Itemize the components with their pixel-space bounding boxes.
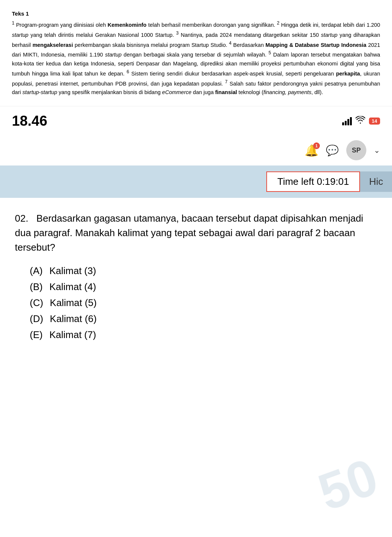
chat-icon[interactable]: 💬	[326, 144, 339, 157]
battery-badge: 14	[369, 118, 380, 125]
chevron-down-icon[interactable]: ⌄	[374, 146, 380, 155]
option-text: Kalimat (3)	[49, 265, 96, 277]
question-body: Berdasarkan gagasan utamanya, bacaan ter…	[15, 213, 363, 253]
status-icons: 14	[342, 116, 380, 126]
notification-badge: 1	[313, 142, 320, 149]
option-item[interactable]: (D)Kalimat (6)	[15, 313, 377, 325]
passage-text: 1 Program-program yang diinisiasi oleh K…	[12, 20, 380, 97]
status-bar: 18.46 14	[0, 106, 392, 134]
hide-button[interactable]: Hic	[360, 171, 392, 192]
wifi-icon	[356, 116, 365, 126]
option-item[interactable]: (B)Kalimat (4)	[15, 281, 377, 293]
option-label: (C)	[30, 297, 43, 309]
timer-bar: Time left 0:19:01 Hic	[0, 165, 392, 198]
option-label: (B)	[30, 281, 43, 293]
option-label: (A)	[30, 265, 43, 277]
option-text: Kalimat (5)	[50, 297, 97, 309]
option-label: (D)	[30, 313, 43, 325]
status-time: 18.46	[12, 113, 47, 129]
question-text: 02. Berdasarkan gagasan utamanya, bacaan…	[15, 211, 377, 255]
option-item[interactable]: (A)Kalimat (3)	[15, 265, 377, 277]
option-text: Kalimat (4)	[49, 281, 96, 293]
option-item[interactable]: (E)Kalimat (7)	[15, 329, 377, 341]
signal-icon	[342, 117, 352, 125]
option-label: (E)	[30, 329, 43, 341]
passage-title: Teks 1	[12, 10, 380, 17]
question-section: 02. Berdasarkan gagasan utamanya, bacaan…	[0, 198, 392, 358]
option-text: Kalimat (6)	[50, 313, 97, 325]
passage-section: Teks 1 1 Program-program yang diinisiasi…	[0, 0, 392, 106]
watermark: 50	[311, 446, 386, 522]
notification-wrapper[interactable]: 🔔 1	[305, 144, 318, 157]
option-item[interactable]: (C)Kalimat (5)	[15, 297, 377, 309]
question-number: 02.	[15, 213, 28, 224]
action-bar: 🔔 1 💬 SP ⌄	[0, 134, 392, 165]
avatar[interactable]: SP	[346, 140, 366, 160]
options-list: (A)Kalimat (3)(B)Kalimat (4)(C)Kalimat (…	[15, 265, 377, 341]
option-text: Kalimat (7)	[49, 329, 96, 341]
timer-box: Time left 0:19:01	[266, 171, 360, 192]
